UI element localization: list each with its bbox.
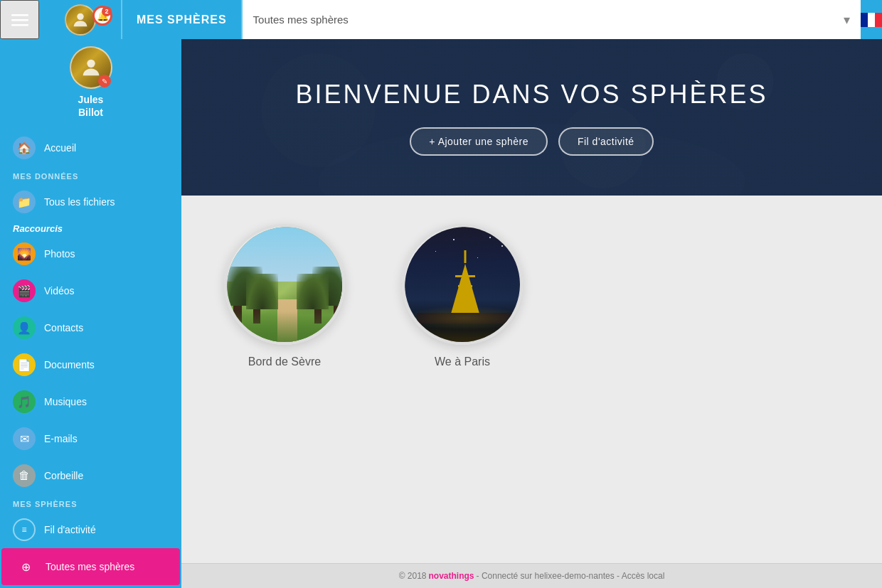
svg-rect-0: [11, 14, 28, 16]
user-section: ✎ Jules Billot: [0, 39, 181, 129]
notification-count: 2: [102, 6, 112, 16]
sidebar-item-videos[interactable]: 🎬 Vidéos: [0, 272, 181, 309]
contacts-icon: 👤: [13, 316, 36, 339]
svg-rect-2: [11, 24, 28, 26]
spheres-area: Bord de Sèvre: [181, 196, 882, 563]
hamburger-menu-button[interactable]: [0, 0, 39, 39]
email-icon: ✉: [13, 427, 36, 450]
sidebar-item-accueil[interactable]: 🏠 Accueil: [0, 129, 181, 166]
home-icon: 🏠: [13, 137, 36, 159]
user-name: Jules Billot: [78, 93, 104, 119]
breadcrumb-dropdown-button[interactable]: ▾: [844, 12, 850, 28]
videos-icon: 🎬: [13, 279, 36, 302]
documents-icon: 📄: [13, 353, 36, 376]
trash-icon: 🗑: [13, 464, 36, 487]
sidebar-item-tous-fichiers[interactable]: 📁 Tous les fichiers: [0, 183, 181, 220]
sphere-bord-visual: [227, 227, 345, 345]
add-sphere-button[interactable]: + Ajouter une sphère: [410, 127, 548, 156]
mes-spheres-section-label: MES SPHÈRES: [0, 494, 181, 511]
sidebar-item-documents[interactable]: 📄 Documents: [0, 346, 181, 383]
hero-title: BIENVENUE DANS VOS SPHÈRES: [295, 80, 767, 109]
footer-brand: novathings: [429, 571, 474, 581]
spheres-icon: ⊕: [14, 555, 37, 578]
footer-copy: © 2018: [399, 571, 427, 581]
sidebar-musiques-label: Musiques: [44, 396, 87, 407]
music-icon: 🎵: [13, 390, 36, 413]
sidebar-corbeille-label: Corbeille: [44, 470, 83, 481]
hero-buttons: + Ajouter une sphère Fil d'activité: [410, 127, 653, 156]
fil-activite-icon: ≡: [13, 518, 36, 541]
sphere-image-bord-sevre: [224, 224, 345, 345]
sidebar-item-fil-activite[interactable]: ≡ Fil d'activité: [0, 511, 181, 548]
sidebar-toutes-spheres-label: Toutes mes sphères: [46, 561, 134, 572]
sidebar-fil-activite-label: Fil d'activité: [44, 524, 96, 535]
sphere-image-paris: [402, 224, 523, 345]
top-bar: 🔔 2 MES SPHÈRES Toutes mes sphères ▾: [0, 0, 882, 39]
sidebar-item-emails[interactable]: ✉ E-mails: [0, 420, 181, 457]
breadcrumb-text: Toutes mes sphères: [253, 14, 349, 26]
sidebar-item-photos[interactable]: 🌄 Photos: [0, 235, 181, 272]
sidebar: ✎ Jules Billot 🏠 Accueil MES DONNÉES 📁 T…: [0, 39, 181, 588]
avatar-area: 🔔 2: [39, 4, 121, 36]
breadcrumb-bar: Toutes mes sphères ▾: [243, 0, 861, 39]
sidebar-item-ajouter-sphere[interactable]: + Ajouter une sphère: [0, 585, 181, 588]
edit-avatar-badge[interactable]: ✎: [98, 75, 111, 87]
sidebar-contacts-label: Contacts: [44, 322, 83, 333]
nav-title-button[interactable]: MES SPHÈRES: [121, 0, 243, 39]
sidebar-emails-label: E-mails: [44, 433, 78, 444]
sidebar-shortcuts-label: Raccourcis: [0, 220, 181, 235]
sphere-label-paris: We à Paris: [435, 356, 490, 368]
sphere-card-paris[interactable]: We à Paris: [402, 224, 523, 368]
sidebar-documents-label: Documents: [44, 359, 95, 370]
sidebar-photos-label: Photos: [44, 248, 75, 260]
svg-point-7: [87, 60, 95, 68]
main-layout: ✎ Jules Billot 🏠 Accueil MES DONNÉES 📁 T…: [0, 39, 882, 588]
sidebar-item-accueil-label: Accueil: [44, 142, 76, 154]
content-area: BIENVENUE DANS VOS SPHÈRES + Ajouter une…: [181, 39, 882, 588]
photos-icon: 🌄: [13, 242, 36, 265]
avatar[interactable]: [65, 4, 96, 36]
user-avatar-large[interactable]: ✎: [70, 46, 112, 89]
sidebar-tous-fichiers-label: Tous les fichiers: [44, 196, 115, 208]
mes-donnees-section-label: MES DONNÉES: [0, 166, 181, 183]
files-icon: 📁: [13, 191, 36, 213]
sidebar-item-contacts[interactable]: 👤 Contacts: [0, 309, 181, 346]
svg-rect-6: [875, 13, 882, 27]
sidebar-videos-label: Vidéos: [44, 285, 75, 296]
sidebar-item-corbeille[interactable]: 🗑 Corbeille: [0, 457, 181, 494]
sphere-card-bord-sevre[interactable]: Bord de Sèvre: [224, 224, 345, 368]
sidebar-item-toutes-spheres[interactable]: ⊕ Toutes mes sphères: [1, 548, 180, 585]
svg-point-3: [77, 13, 83, 19]
fil-activite-button[interactable]: Fil d'activité: [558, 127, 654, 156]
language-flag[interactable]: [861, 9, 882, 31]
sphere-label-bord-sevre: Bord de Sèvre: [248, 356, 321, 368]
notification-bell[interactable]: 🔔 2: [92, 6, 112, 26]
svg-rect-1: [11, 19, 28, 21]
spheres-grid: Bord de Sèvre: [224, 224, 839, 368]
footer-text: - Connecté sur helixee-demo-nantes - Acc…: [477, 571, 665, 581]
sidebar-item-musiques[interactable]: 🎵 Musiques: [0, 383, 181, 420]
sphere-paris-visual: [405, 227, 523, 345]
svg-rect-4: [861, 13, 868, 27]
svg-rect-5: [868, 13, 875, 27]
hero-banner: BIENVENUE DANS VOS SPHÈRES + Ajouter une…: [181, 39, 882, 196]
footer: © 2018 novathings - Connecté sur helixee…: [181, 563, 882, 588]
